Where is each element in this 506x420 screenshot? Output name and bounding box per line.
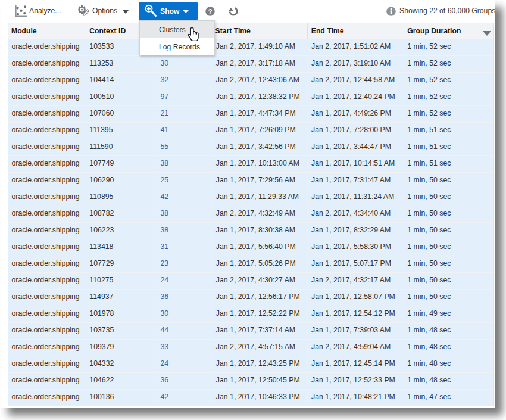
svg-text:?: ? bbox=[208, 8, 212, 15]
